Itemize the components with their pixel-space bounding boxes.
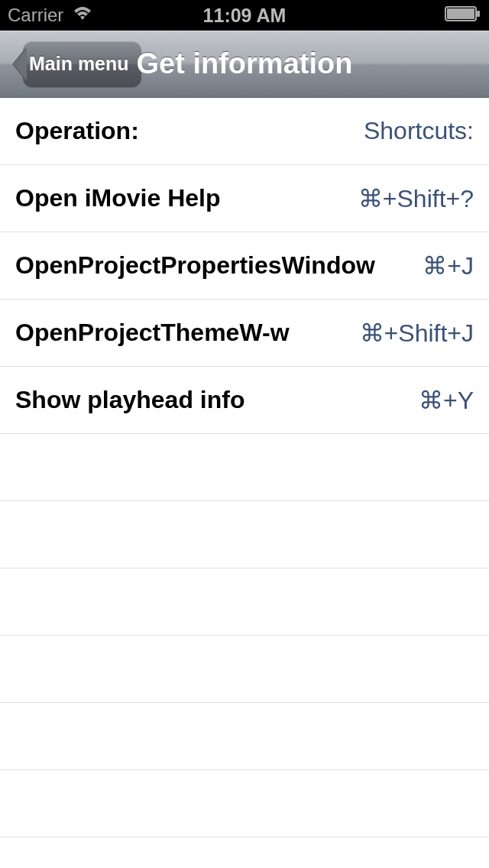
table-row[interactable] xyxy=(0,434,489,501)
table-row[interactable] xyxy=(0,837,489,868)
table-row[interactable]: Show playhead info ⌘+Y xyxy=(0,367,489,434)
row-operation: OpenProjectPropertiesWindow xyxy=(15,251,375,280)
row-shortcut: ⌘+Shift+J xyxy=(351,319,474,348)
header-operation: Operation: xyxy=(15,117,139,145)
table-header-row: Operation: Shortcuts: xyxy=(0,98,489,165)
row-operation: Show playhead info xyxy=(15,386,244,414)
row-shortcut: ⌘+Y xyxy=(410,386,474,415)
svg-rect-2 xyxy=(477,11,480,17)
svg-rect-1 xyxy=(447,8,474,19)
header-shortcut: Shortcuts: xyxy=(355,117,474,145)
table-row[interactable] xyxy=(0,703,489,770)
table-row[interactable]: OpenProjectThemeW-w ⌘+Shift+J xyxy=(0,300,489,367)
shortcuts-table: Operation: Shortcuts: Open iMovie Help ⌘… xyxy=(0,98,489,868)
row-shortcut: ⌘+J xyxy=(413,251,474,280)
row-operation: OpenProjectThemeW-w xyxy=(15,319,290,347)
table-row[interactable] xyxy=(0,501,489,568)
navigation-bar: Main menu Get information xyxy=(0,31,489,98)
back-button-label: Main menu xyxy=(29,53,129,75)
table-row[interactable] xyxy=(0,770,489,837)
carrier-label: Carrier xyxy=(8,5,63,26)
battery-icon xyxy=(445,5,481,26)
status-time: 11:09 AM xyxy=(203,5,287,27)
table-row[interactable] xyxy=(0,636,489,703)
table-row[interactable]: Open iMovie Help ⌘+Shift+? xyxy=(0,165,489,232)
status-right xyxy=(445,5,481,26)
wifi-icon xyxy=(71,5,94,26)
status-left: Carrier xyxy=(8,5,94,26)
table-row[interactable]: OpenProjectPropertiesWindow ⌘+J xyxy=(0,232,489,300)
status-bar: Carrier 11:09 AM xyxy=(0,0,489,31)
row-shortcut: ⌘+Shift+? xyxy=(349,184,474,213)
row-operation: Open iMovie Help xyxy=(15,184,220,212)
back-button[interactable]: Main menu xyxy=(23,41,141,87)
table-row[interactable] xyxy=(0,568,489,636)
